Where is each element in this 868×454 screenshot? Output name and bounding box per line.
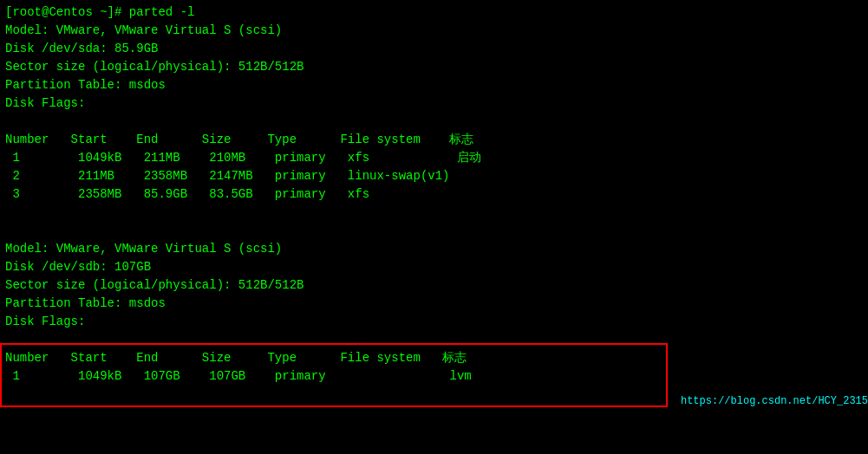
disk1-partition-table: Partition Table: msdos (5, 76, 863, 94)
disk1-sector: Sector size (logical/physical): 512B/512… (5, 58, 863, 76)
disk2-headers: Number Start End Size Type File system 标… (5, 349, 863, 367)
disk2-disk-flags: Disk Flags: (5, 313, 863, 331)
watermark: https://blog.csdn.net/HCY_2315 (681, 395, 868, 407)
disk2-model: Model: VMware, VMware Virtual S (scsi) (5, 240, 863, 258)
disk1-headers: Number Start End Size Type File system 标… (5, 131, 863, 149)
disk2-disk: Disk /dev/sdb: 107GB (5, 258, 863, 276)
disk2-sector: Sector size (logical/physical): 512B/512… (5, 276, 863, 295)
prompt-line: [root@Centos ~]# parted -l (5, 3, 863, 22)
disk1-disk: Disk /dev/sda: 85.9GB (5, 40, 863, 58)
terminal: [root@Centos ~]# parted -l Model: VMware… (0, 0, 868, 454)
disk1-row2: 2 211MB 2358MB 2147MB primary linux-swap… (5, 167, 863, 185)
disk1-model: Model: VMware, VMware Virtual S (scsi) (5, 22, 863, 40)
disk1-row1: 1 1049kB 211MB 210MB primary xfs 启动 (5, 149, 863, 167)
disk2-row1: 1 1049kB 107GB 107GB primary lvm (5, 367, 863, 386)
disk2-partition-table: Partition Table: msdos (5, 295, 863, 313)
disk1-disk-flags: Disk Flags: (5, 94, 863, 113)
disk1-row3: 3 2358MB 85.9GB 83.5GB primary xfs (5, 185, 863, 204)
